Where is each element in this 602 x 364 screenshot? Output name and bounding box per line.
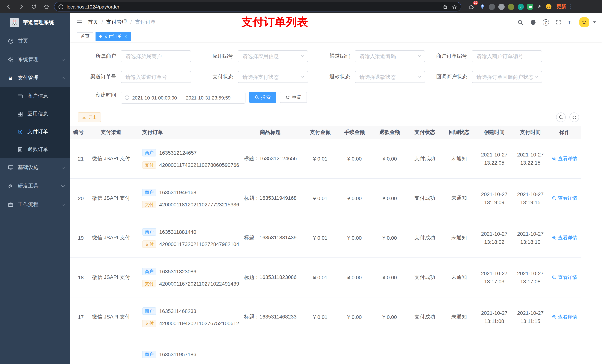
view-detail-link[interactable]: 查看详情 [552, 155, 577, 162]
cell-status: 支付成功 [407, 258, 442, 297]
filter-input[interactable] [121, 50, 191, 62]
url-text[interactable]: localhost:1024/pay/order [67, 4, 440, 10]
sidebar-item-pay-order[interactable]: 支付订单 [0, 123, 70, 141]
filter-select-field[interactable] [238, 50, 308, 62]
sidebar-item-app-info[interactable]: 应用信息 [0, 105, 70, 123]
close-icon[interactable]: × [124, 34, 127, 39]
refresh-icon[interactable] [570, 113, 579, 122]
cell-fee: ¥ 0.00 [337, 258, 372, 297]
breadcrumb-payment[interactable]: 支付管理 [106, 19, 127, 26]
sidebar-item-infra[interactable]: 基础设施 [0, 158, 70, 177]
view-detail-link[interactable]: 查看详情 [552, 235, 577, 241]
sidebar-item-merchant-info[interactable]: 商户信息 [0, 87, 70, 105]
question-icon[interactable]: ? [543, 19, 549, 25]
extension-icon-light[interactable] [498, 3, 505, 10]
toggle-search-icon[interactable] [556, 113, 566, 122]
extension-icon-gray[interactable] [489, 3, 495, 10]
cell-amount: ¥ 0.01 [304, 297, 337, 337]
back-icon[interactable] [4, 2, 13, 11]
filter-input[interactable] [121, 71, 191, 83]
main-panel: 首页 / 支付管理 / 支付订单 支付订单列表 ? [70, 13, 602, 364]
filter-input-field[interactable] [121, 50, 191, 62]
sidebar-item-payment[interactable]: ¥ 支付管理 [0, 69, 70, 87]
filter-label: 应用编号 [195, 53, 238, 60]
github-icon[interactable] [530, 19, 536, 26]
profile-smiley-icon[interactable] [545, 3, 552, 10]
filter-field: 所属商户 [78, 50, 195, 62]
pay-order-line: 支付 4200001173202110272847982104 [142, 240, 239, 248]
check-circle-extension-icon[interactable]: ✓ [517, 3, 524, 10]
notify-status: 未通知 [451, 274, 467, 281]
cell-pay-order: 商户 1635311949168 支付 42000011812021102777… [133, 179, 237, 218]
avatar-dropdown-caret[interactable] [593, 21, 596, 23]
hamburger-icon[interactable] [76, 19, 83, 25]
share-icon[interactable] [442, 4, 448, 10]
user-avatar[interactable] [580, 17, 589, 27]
pay-time: 13:17:08 [520, 278, 540, 285]
cell-id: 19 [70, 218, 89, 258]
cell-pay-order: 商户 1635311957186 [133, 337, 237, 364]
filter-input-field[interactable] [472, 50, 542, 62]
filter-select[interactable] [355, 71, 425, 83]
sidebar-item-label: 应用信息 [27, 111, 64, 117]
filter-input[interactable] [472, 50, 542, 62]
pay-order-no: 4200001173202110272847982104 [159, 241, 239, 247]
search-button[interactable]: 搜索 [249, 92, 276, 103]
filter-select-field[interactable] [355, 71, 425, 83]
date-range-picker[interactable]: 2021-10-01 00:00:00 - 2021-10-31 23:59:5… [121, 92, 246, 104]
bookmark-star-icon[interactable] [452, 4, 457, 10]
cell-channel: 微信 JSAPI 支付 [89, 297, 133, 337]
sidebar-item-system[interactable]: 系统管理 [0, 50, 70, 69]
browser-menu-icon[interactable]: ⋮ [566, 2, 576, 11]
filter-select-field[interactable] [355, 50, 425, 62]
pay-date: 2021-10-27 [517, 270, 544, 277]
filter-select[interactable] [238, 71, 308, 83]
location-pin-icon[interactable] [479, 4, 485, 10]
extension-icon-green[interactable] [508, 3, 514, 10]
search-icon[interactable] [517, 19, 523, 25]
browser-update-button[interactable]: 更新 [557, 3, 566, 10]
extensions-puzzle-icon[interactable]: 10 [466, 2, 476, 11]
fullscreen-icon[interactable] [555, 19, 561, 25]
filter-select[interactable] [238, 50, 308, 62]
cell-pay-order: 商户 1635311823086 支付 42000011672021102710… [133, 258, 237, 297]
chat-extension-icon[interactable] [527, 4, 533, 10]
site-info-icon[interactable] [58, 4, 64, 10]
tab-home[interactable]: 首页 [77, 32, 93, 41]
cell-status: 支付成功 [407, 179, 442, 218]
home-icon[interactable] [42, 2, 51, 11]
order-id: 18 [78, 274, 84, 281]
cell-actions: 查看详情 [548, 139, 581, 178]
pushpin-icon[interactable] [537, 4, 542, 10]
filter-field: 回调商户状态 [429, 71, 546, 83]
forward-icon[interactable] [16, 2, 26, 11]
sidebar-item-dev-tools[interactable]: 研发工具 [0, 177, 70, 195]
filter-select[interactable] [355, 50, 425, 62]
reload-icon[interactable] [29, 2, 39, 11]
sidebar-item-refund-order[interactable]: 退款订单 [0, 141, 70, 158]
filter-select-field[interactable] [238, 71, 308, 83]
date-start[interactable]: 2021-10-01 00:00:00 [132, 95, 177, 100]
table-tools [556, 113, 579, 122]
sidebar-item-home[interactable]: 首页 [0, 32, 70, 50]
export-button[interactable]: 导出 [78, 113, 101, 122]
filter-select-field[interactable] [472, 71, 542, 83]
address-bar[interactable]: localhost:1024/pay/order [54, 2, 461, 11]
filter-input-field[interactable] [121, 71, 191, 83]
view-detail-link[interactable]: 查看详情 [552, 314, 577, 320]
cell-id: 18 [70, 258, 89, 297]
pay-tag: 支付 [142, 201, 156, 208]
font-size-icon[interactable]: TT [567, 20, 573, 25]
breadcrumb-home[interactable]: 首页 [88, 19, 98, 26]
cell-id [70, 337, 89, 364]
view-detail-link[interactable]: 查看详情 [552, 274, 577, 281]
tab-pay-order[interactable]: 支付订单 × [96, 32, 131, 41]
cell-id: 20 [70, 179, 89, 218]
view-detail-link[interactable]: 查看详情 [552, 195, 577, 202]
filter-select[interactable] [472, 71, 542, 83]
sidebar-item-workflow[interactable]: 工作流程 [0, 195, 70, 214]
navbar-actions: ? TT [517, 17, 596, 27]
app-logo[interactable]: 🐰 芋道管理系统 [0, 13, 70, 32]
reset-button[interactable]: 重置 [280, 92, 307, 103]
date-end[interactable]: 2021-10-31 23:59:59 [186, 95, 230, 100]
